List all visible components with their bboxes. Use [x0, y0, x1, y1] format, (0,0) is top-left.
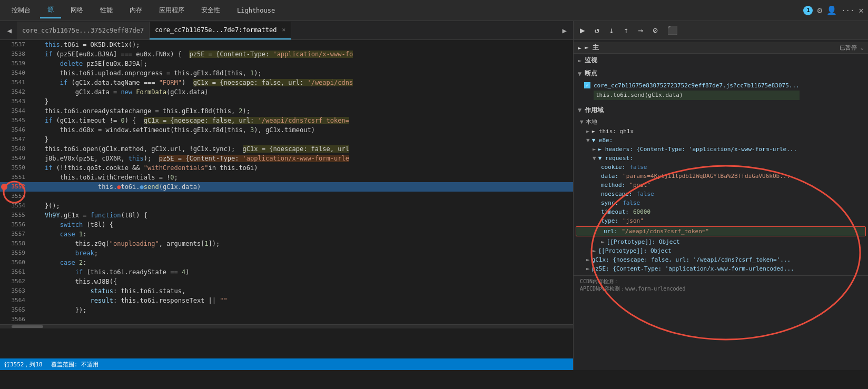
call-stack-header[interactable]: ► ► 主 已暂停 ⌄ [574, 42, 868, 54]
file-tab-1-label: core_cc7b11675e...3752c9eff87de7 [22, 27, 144, 34]
top-right-icons: 1 ⚙ 👤 ··· ✕ [803, 5, 864, 15]
step-out-icon[interactable]: ↑ [622, 24, 631, 36]
cookie-key: cookie: [601, 164, 625, 171]
code-lines: 3537 this.tO6i = OK5D.DKt1x(); 3538 if (… [0, 40, 573, 324]
pz5e-label: pz5E: {Content-Type: 'application/x-www-… [592, 265, 794, 272]
status-bar: 行3552，列18 覆盖范围: 不适用 [0, 358, 573, 370]
this-label: ► this: gh1x [592, 128, 634, 135]
local-arrow: ▼ [580, 118, 584, 125]
proto1-item[interactable]: ► [[Prototype]]: Object [574, 237, 868, 246]
code-line-3547: 3547 } [0, 135, 573, 144]
code-line-3543: 3543 } [0, 97, 573, 106]
tab-performance[interactable]: 性能 [93, 3, 120, 18]
code-line-3546: 3546 this.dG0x = window.setTimeout(this.… [0, 125, 573, 135]
pz5e-item[interactable]: ► pz5E: {Content-Type: 'application/x-ww… [574, 264, 868, 273]
dropdown-arrow[interactable]: ⌄ [860, 44, 864, 51]
tab-application[interactable]: 应用程序 [152, 3, 192, 18]
file-tab-2-close[interactable]: ✕ [282, 26, 285, 33]
local-label: 本地 [586, 118, 597, 126]
tab-source[interactable]: 源 [40, 2, 61, 18]
right-panel: ▶ ↺ ↓ ↑ → ⊘ ⬛ ► ► 主 已暂停 ⌄ [573, 21, 868, 370]
code-line-3558: 3558 this.z9q("onuploading", arguments[1… [0, 239, 573, 248]
tab-console[interactable]: 控制台 [4, 3, 38, 18]
cdn-note: CCDN内容检测：APICDN内容检测：www.form-urlencoded [574, 275, 868, 295]
file-tab-1[interactable]: core_cc7b11675e...3752c9eff87de7 [17, 22, 150, 39]
scope-label: 作用域 [585, 106, 604, 115]
chat-icon[interactable]: 1 [803, 6, 813, 15]
svg-point-0 [4, 182, 25, 203]
e8e-arrow: ▼ [586, 137, 590, 144]
watch-header[interactable]: ► 监视 [574, 54, 868, 67]
timeout-item: timeout: 60000 [574, 207, 868, 216]
method-key: method: [601, 182, 625, 188]
close-icon[interactable]: ✕ [859, 5, 864, 15]
headers-item[interactable]: ► ► headers: {Content-Type: 'application… [574, 145, 868, 154]
paused-status: 已暂停 [840, 44, 857, 51]
file-tab-nav[interactable]: ▶ [558, 26, 571, 35]
step-icon[interactable]: → [636, 24, 646, 36]
file-tab-2[interactable]: core_cc7b11675e...7de7:formatted ✕ [150, 22, 291, 39]
code-line-3540: 3540 this.to6i.upload.onprogress = this.… [0, 68, 573, 78]
code-panel: ◀ core_cc7b11675e...3752c9eff87de7 core_… [0, 21, 573, 370]
gc1x-arrow: ► [586, 256, 590, 263]
cookie-item: cookie: false [574, 163, 868, 172]
code-line-3545: 3545 if (gC1x.timeout != 0) { gC1x = {no… [0, 116, 573, 125]
deactivate-icon[interactable]: ⊘ [650, 24, 660, 36]
scrollbar-thumb[interactable] [12, 325, 43, 328]
breakpoints-header[interactable]: ▼ 断点 [574, 67, 868, 80]
sync-key: sync: [601, 200, 618, 206]
tab-security[interactable]: 安全性 [194, 3, 228, 18]
code-line-3563: 3563 status: this.to6i.status, [0, 286, 573, 296]
breakpoints-label: 断点 [585, 69, 597, 78]
tab-network[interactable]: 网络 [63, 3, 91, 18]
back-button[interactable]: ◀ [2, 23, 17, 38]
this-item[interactable]: ► ► this: gh1x [574, 127, 868, 136]
step-over-icon[interactable]: ↺ [593, 24, 602, 36]
request-item[interactable]: ▼ ▼ request: [574, 154, 868, 163]
proto1-arrow: ► [601, 238, 605, 245]
pz5e-arrow: ► [586, 265, 590, 272]
code-line-3542: 3542 gC1x.data = new FormData(gC1x.data) [0, 87, 573, 97]
user-icon[interactable]: 👤 [826, 5, 837, 15]
more-icon[interactable]: ··· [841, 6, 854, 15]
method-item: method: "post" [574, 181, 868, 189]
local-scope-header[interactable]: ▼ 本地 [574, 117, 868, 127]
call-stack-arrow: ► [578, 44, 581, 52]
step-into-icon[interactable]: ↓ [607, 24, 616, 36]
proto2-label: [[Prototype]]: Object [598, 247, 672, 254]
proto2-item[interactable]: ► [[Prototype]]: Object [574, 246, 868, 255]
gc1x-item[interactable]: ► gC1x: {noescape: false, url: '/weapi/c… [574, 255, 868, 264]
breakpoint-checkbox[interactable]: ✓ [584, 82, 590, 88]
settings-icon[interactable]: ⚙ [817, 5, 822, 15]
file-tab-bar: ◀ core_cc7b11675e...3752c9eff87de7 core_… [0, 21, 573, 40]
scope-header[interactable]: ▼ 作用域 [574, 104, 868, 117]
code-line-3552: 3552 this.●to6i.●send(gC1x.data) [0, 182, 573, 192]
url-key: url: [604, 228, 618, 235]
code-scroll[interactable]: 3537 this.tO6i = OK5D.DKt1x(); 3538 if (… [0, 40, 573, 358]
code-line-3554: 3554 }(); [0, 201, 573, 211]
proto1-label: [[Prototype]]: Object [607, 238, 680, 245]
request-label: ▼ request: [598, 155, 633, 162]
file-tab-2-label: core_cc7b11675e...7de7:formatted [155, 26, 277, 34]
resume-icon[interactable]: ▶ [578, 24, 587, 36]
tab-memory[interactable]: 内存 [122, 3, 150, 18]
sync-val: false [623, 200, 640, 206]
coverage-info: 覆盖范围: 不适用 [51, 361, 98, 368]
e8e-item[interactable]: ▼ ▼ e8e: [574, 136, 868, 145]
horizontal-scrollbar[interactable] [0, 324, 573, 328]
gc1x-label: gC1x: {noescape: false, url: '/weapi/cdn… [592, 256, 791, 263]
code-line-3550: 3550 if (!!this.qo5t.cookie && "withCred… [0, 163, 573, 173]
cursor-position: 行3552，列18 [4, 361, 43, 368]
code-line-3539: 3539 delete pz5E[eu0x.BJ9A]; [0, 59, 573, 68]
sync-item: sync: false [574, 198, 868, 207]
this-arrow: ► [586, 128, 590, 135]
headers-arrow: ► [593, 146, 596, 153]
tab-lighthouse[interactable]: Lighthouse [230, 4, 282, 17]
url-val: "/weapi/cdns?csrf_token=" [622, 228, 709, 235]
headers-label: ► headers: {Content-Type: 'application/x… [598, 146, 797, 153]
right-sections: ► ► 主 已暂停 ⌄ ► 监视 ▼ 断点 [574, 40, 868, 370]
timeout-val: 60000 [633, 208, 650, 215]
dont-pause-icon[interactable]: ⬛ [665, 24, 680, 36]
data-item: data: "params=4Kytji1lpdb12WqDAGYlBa%2Bf… [574, 172, 868, 181]
code-line-3557: 3557 case 1: [0, 230, 573, 239]
